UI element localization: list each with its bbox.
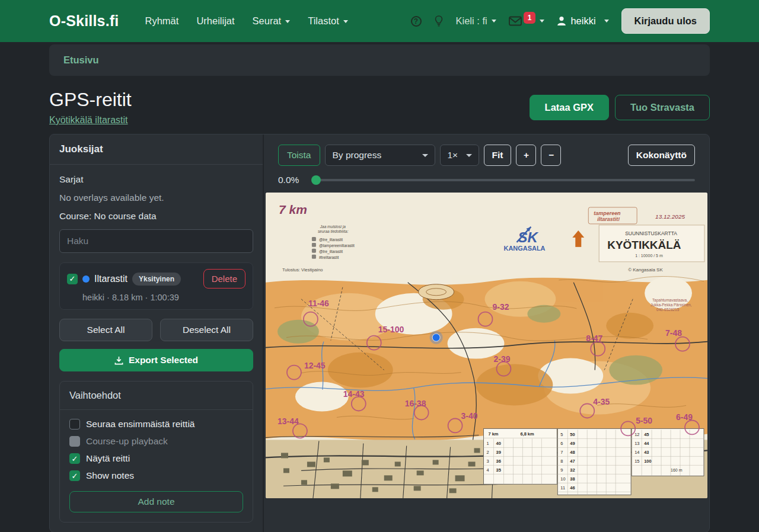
map-text: 43 (644, 450, 649, 455)
add-note-button[interactable]: Add note (69, 491, 243, 512)
map-text: 1 (487, 441, 489, 446)
map-text: @tre_iltarastit (319, 238, 343, 242)
zoom-in-button[interactable]: + (516, 145, 536, 166)
play-button[interactable]: Toista (278, 145, 320, 166)
map-text: 2 (487, 450, 489, 455)
logout-button[interactable]: Kirjaudu ulos (621, 8, 710, 34)
nav-link-label: Seurat (253, 15, 282, 26)
map-text: 49 (570, 441, 575, 446)
control-description-sheet: 12451344144315100 (632, 428, 704, 476)
map-text: SUUNNISTUSKARTTA (625, 230, 677, 236)
map-text: 5 (560, 432, 563, 437)
search-input[interactable] (59, 229, 253, 253)
question-mark-glyph: ? (411, 16, 422, 27)
slider-knob[interactable] (311, 175, 321, 185)
map-text: 2-39 (493, 354, 510, 364)
user-menu[interactable]: heikki (557, 15, 608, 27)
page-title: GPS-reitit (49, 89, 132, 111)
lightbulb-icon[interactable] (434, 15, 444, 27)
help-icon[interactable]: ? (411, 16, 422, 27)
map-text: 4-35 (593, 397, 610, 406)
runner-color-dot (82, 275, 90, 283)
chevron-down-icon (604, 20, 609, 23)
map-text: 4 (487, 467, 489, 473)
option-label: Näytä reitti (86, 453, 130, 464)
map-text: tampereen (594, 210, 621, 216)
map-text: 45 (644, 432, 649, 437)
map-controls-toolbar: Toista By progress 1× Fit + − Kokonäyttö (264, 134, 709, 166)
import-strava-button[interactable]: Tuo Stravasta (615, 95, 710, 120)
options-list: Seuraa ensimmäistä reittiäCourse-up play… (60, 410, 253, 490)
map-text: 11 (560, 485, 565, 491)
runner-checkbox[interactable]: ✓ (67, 274, 78, 284)
map-text: 48 (570, 450, 575, 455)
visibility-badge: Yksityinen (132, 273, 181, 286)
nav-link-seurat[interactable]: Seurat (253, 15, 291, 27)
map-text: 5-50 (636, 416, 652, 425)
nav-link-urheilijat[interactable]: Urheilijat (196, 15, 234, 27)
map-text: @tre_iltarastit (319, 249, 343, 254)
runner-list-item[interactable]: ✓ Iltarastit Yksityinen Delete heikki · … (59, 262, 253, 310)
stadium-track (419, 284, 454, 300)
download-gpx-button[interactable]: Lataa GPX (530, 95, 610, 120)
brand-logo[interactable]: O-Skills.fi (49, 12, 119, 30)
nav-link-ryhmat[interactable]: Ryhmät (145, 15, 179, 27)
playback-slider[interactable] (312, 179, 695, 181)
language-dropdown[interactable]: Kieli : fi (456, 15, 496, 27)
playback-progress-row: 0.0% (264, 166, 709, 185)
map-text: 040-6528215 (656, 307, 680, 312)
speed-select[interactable]: 1× (440, 145, 479, 166)
map-text: 14-43 (343, 389, 365, 399)
select-all-button[interactable]: Select All (59, 319, 152, 341)
map-viewport[interactable]: 7 km6,8 km140239336435550649748847932103… (266, 193, 707, 498)
export-selected-button[interactable]: Export Selected (59, 349, 253, 371)
map-text: 100 (644, 459, 651, 464)
delete-button[interactable]: Delete (203, 269, 245, 289)
map-text: 39 (496, 450, 500, 455)
checkbox[interactable] (69, 419, 80, 430)
option-label: Seuraa ensimmäistä reittiä (86, 419, 195, 430)
orienteering-map-image[interactable]: 7 km6,8 km140239336435550649748847932103… (266, 193, 707, 498)
checkbox (69, 436, 80, 447)
runners-panel-title: Juoksijat (50, 134, 263, 165)
map-text: 7 km (279, 203, 307, 216)
map-text: 1 : 10000 / 5 m (635, 254, 663, 258)
breadcrumb-home-link[interactable]: Etusivu (63, 55, 99, 65)
map-text: 6-49 (676, 412, 693, 422)
map-text: @tampereeniltarastit (319, 243, 355, 248)
map-text: 11-46 (308, 299, 329, 308)
series-label: Sarjat (59, 174, 253, 185)
option-row: Course-up playback (69, 436, 243, 447)
map-text: SK (518, 229, 538, 245)
fullscreen-button[interactable]: Kokonäyttö (628, 145, 695, 166)
map-text: Tulostus: Viestipaino (282, 267, 323, 273)
position-marker (432, 334, 440, 341)
map-text: 13 (634, 441, 639, 446)
map-text: © Kangasala SK (628, 267, 663, 273)
options-title: Vaihtoehdot (60, 382, 253, 410)
checkbox[interactable]: ✓ (69, 470, 80, 481)
map-text: 3-40 (461, 411, 478, 421)
zoom-out-button[interactable]: − (541, 145, 561, 166)
fit-button[interactable]: Fit (484, 145, 512, 166)
map-text: 7 (560, 450, 563, 455)
map-text: 9 (560, 467, 563, 473)
deselect-all-button[interactable]: Deselect All (160, 319, 253, 341)
map-text: Tapahtumavastaava, (652, 298, 688, 303)
messages-dropdown[interactable]: 1 (509, 15, 545, 27)
nav-link-tilastot[interactable]: Tilastot (308, 15, 348, 27)
map-text: #treiltarastit (319, 255, 339, 259)
nav-links: Ryhmät Urheilijat Seurat Tilastot (145, 15, 348, 27)
checkbox[interactable]: ✓ (69, 453, 80, 464)
map-text: Jaa muistosi ja (320, 225, 346, 229)
playback-mode-select[interactable]: By progress (325, 145, 435, 166)
map-text: 9-32 (492, 302, 509, 312)
map-text: 6 (560, 441, 563, 446)
map-text: 7 km (488, 431, 498, 437)
map-text: 38 (570, 476, 575, 482)
main-card: Juoksijat Sarjat No overlays available y… (49, 134, 710, 532)
event-link[interactable]: Kyötikkälä iltarastit (49, 115, 128, 125)
runner-details: heikki · 8.18 km · 1:00:39 (82, 293, 245, 302)
map-text: 12 (634, 432, 639, 437)
map-text: 12-45 (304, 361, 326, 370)
